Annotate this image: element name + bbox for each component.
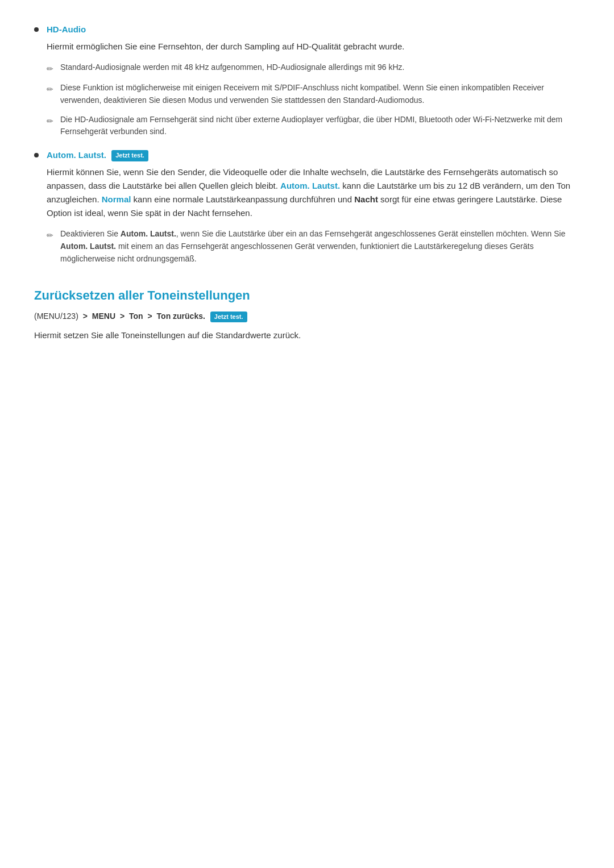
note-text-2: Diese Funktion ist möglicherweise mit ei… <box>60 82 580 106</box>
pencil-icon-1 <box>47 63 53 75</box>
note-text-3: Die HD-Audiosignale am Fernsehgerät sind… <box>60 114 580 138</box>
autom-lautst-bullet-item: Autom. Lautst. Jetzt test. <box>34 148 580 162</box>
hd-audio-label: HD-Audio <box>47 23 86 36</box>
breadcrumb-ton: Ton <box>129 312 143 321</box>
autom-lautst-note-text-1: Deaktivieren Sie Autom. Lautst., wenn Si… <box>60 228 580 265</box>
autom-lautst-label: Autom. Lautst. <box>47 150 106 160</box>
autom-lautst-deactivate-inline-1: Autom. Lautst. <box>121 229 176 238</box>
normal-inline: Normal <box>102 194 131 204</box>
bullet-dot-2 <box>34 153 39 157</box>
hd-audio-description-text: Hiermit ermöglichen Sie eine Fernsehton,… <box>47 40 580 53</box>
pencil-icon-4 <box>47 229 53 242</box>
breadcrumb-prefix: (MENU/123) <box>34 312 78 321</box>
breadcrumb: (MENU/123) > MENU > Ton > Ton zurücks. J… <box>34 310 580 322</box>
hd-audio-bullet-item: HD-Audio <box>34 23 580 36</box>
hd-audio-section: HD-Audio Hiermit ermöglichen Sie eine Fe… <box>34 23 580 138</box>
autom-lautst-section: Autom. Lautst. Jetzt test. Hiermit könne… <box>34 148 580 265</box>
pencil-icon-2 <box>47 83 53 95</box>
note-item-3: Die HD-Audiosignale am Fernsehgerät sind… <box>47 114 580 138</box>
breadcrumb-menu: MENU <box>92 312 115 321</box>
hd-audio-notes: Standard-Audiosignale werden mit 48 kHz … <box>47 61 580 138</box>
autom-lautst-inline-1: Autom. Lautst. <box>280 181 340 190</box>
autom-lautst-description-text: Hiermit können Sie, wenn Sie den Sender,… <box>47 165 580 220</box>
note-item-1: Standard-Audiosignale werden mit 48 kHz … <box>47 61 580 75</box>
breadcrumb-ton-zurucks: Ton zurücks. <box>157 312 205 321</box>
pencil-icon-3 <box>47 115 53 127</box>
reset-badge: Jetzt test. <box>210 312 247 323</box>
autom-lautst-deactivate-inline-2: Autom. Lautst. <box>60 242 116 251</box>
reset-section-title: Zurücksetzen aller Toneinstellungen <box>34 285 580 305</box>
reset-section: Zurücksetzen aller Toneinstellungen (MEN… <box>34 285 580 342</box>
note-text-1: Standard-Audiosignale werden mit 48 kHz … <box>60 61 404 74</box>
autom-lautst-badge: Jetzt test. <box>111 150 148 161</box>
reset-section-description: Hiermit setzen Sie alle Toneinstellungen… <box>34 329 580 342</box>
chevron-icon-1: > <box>83 312 90 321</box>
autom-lautst-note-item-1: Deaktivieren Sie Autom. Lautst., wenn Si… <box>47 228 580 265</box>
chevron-icon-2: > <box>120 312 127 321</box>
autom-lautst-notes: Deaktivieren Sie Autom. Lautst., wenn Si… <box>47 228 580 265</box>
chevron-icon-3: > <box>147 312 154 321</box>
autom-lautst-description: Hiermit können Sie, wenn Sie den Sender,… <box>47 165 580 220</box>
hd-audio-description: Hiermit ermöglichen Sie eine Fernsehton,… <box>47 40 580 53</box>
bullet-dot <box>34 27 39 32</box>
note-item-2: Diese Funktion ist möglicherweise mit ei… <box>47 82 580 106</box>
nacht-inline: Nacht <box>354 194 378 204</box>
